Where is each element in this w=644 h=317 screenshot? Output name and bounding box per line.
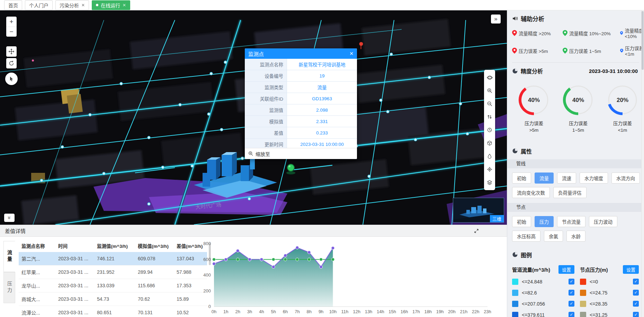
property-button[interactable]: 压力 [535, 216, 554, 227]
pan-tool-button[interactable] [6, 46, 17, 57]
legend-checkbox[interactable] [633, 290, 639, 296]
close-icon[interactable]: ✕ [81, 3, 85, 8]
property-button[interactable]: 水流方向 [611, 173, 640, 184]
cube-icon[interactable] [484, 137, 495, 150]
active-dot-icon [96, 4, 98, 6]
zoom-out-button[interactable]: − [6, 27, 17, 37]
zoom-in-button[interactable]: + [6, 17, 17, 27]
nav-tab[interactable]: 个人门户 [25, 0, 53, 10]
property-button[interactable]: 初始 [512, 173, 531, 184]
map-toolbar [484, 70, 495, 190]
property-buttons: 初始压力节点流量压力波动水压标高余氯水龄 [512, 212, 642, 246]
zoom-to-action[interactable]: 缩放至 [245, 148, 357, 159]
property-button[interactable]: 水力坡度 [580, 173, 608, 184]
metric-tab[interactable]: 流量 [3, 241, 15, 272]
table-row[interactable]: 龙华山...2023-03-31 ...133.039115.68617.353 [19, 279, 207, 292]
property-button[interactable]: 流向变化次数 [512, 187, 550, 198]
nav-tab[interactable]: 在线运行✕ [92, 0, 130, 10]
move-icon [8, 48, 15, 55]
legend-checkbox[interactable] [633, 279, 639, 285]
property-button[interactable]: 压力波动 [589, 216, 617, 227]
sidebar-collapse-button[interactable]: » [491, 15, 501, 24]
svg-text:0: 0 [208, 304, 211, 309]
svg-text:13h: 13h [365, 309, 373, 314]
nav-tab[interactable]: 首页 [4, 0, 22, 10]
property-button[interactable]: 水压标高 [512, 231, 540, 242]
legend-item: <=207.056 [512, 298, 580, 309]
svg-text:17h: 17h [412, 309, 420, 314]
sidebar-scrollbar[interactable] [641, 10, 644, 317]
table-cell: 2023-03-31 ... [55, 265, 94, 279]
zoom-in-icon[interactable] [484, 84, 495, 97]
legend-item: <=379.611 [512, 309, 580, 317]
column-header: 监测值(m^3/h) [94, 240, 135, 252]
accuracy-gauge: 40%压力误差1~5m [560, 82, 597, 134]
legend-column-title: 管道流量(m^3/h) [512, 266, 550, 273]
field-label: 关联组件ID [245, 93, 287, 104]
map-viewport[interactable]: 大时代广场 + − [0, 10, 507, 225]
popup-fields: 监测点名称新星驾校干河培训基地设备编号19监测类型流量关联组件IDGD13963… [245, 59, 357, 148]
legend-checkbox[interactable] [569, 301, 574, 307]
metric-tab[interactable]: 压力 [3, 272, 15, 303]
earth-icon[interactable] [484, 71, 495, 84]
property-button[interactable]: 初始 [512, 216, 531, 227]
layers-icon[interactable] [484, 176, 495, 189]
legend-column-title: 节点压力(m) [580, 266, 608, 273]
close-icon[interactable]: ✕ [123, 3, 126, 8]
locate-icon[interactable] [484, 163, 495, 176]
legend-checkbox[interactable] [633, 312, 639, 317]
table-row[interactable]: 商城大...2023-03-31 ...54.7370.6215.89 [19, 292, 207, 306]
color-swatch [580, 301, 586, 307]
legend-pin: 压力误差 >5m [512, 45, 563, 57]
monitoring-point-marker[interactable] [286, 164, 295, 175]
legend-checkbox[interactable] [569, 279, 574, 285]
tab-label: 在线运行 [101, 2, 120, 9]
table-row[interactable]: 流潭公...2023-03-31 ...80.65170.13110.52 [19, 306, 207, 317]
popup-row: 关联组件IDGD13963 [245, 93, 357, 104]
zoom-out-icon[interactable] [484, 97, 495, 110]
cursor-icon [8, 76, 15, 82]
droplet-icon[interactable] [484, 150, 495, 163]
table-cell: 2023-03-31 ... [55, 252, 94, 265]
table-row[interactable]: 第二汽...2023-03-31 ...746.121609.078137.04… [19, 252, 207, 265]
property-button[interactable]: 余氯 [544, 231, 563, 242]
view-mode-badge[interactable]: 三维 [490, 215, 504, 222]
settings-button[interactable]: 设置 [623, 265, 639, 274]
property-button[interactable]: 节点流量 [557, 216, 585, 227]
history-icon[interactable] [484, 123, 495, 137]
legend-checkbox[interactable] [569, 312, 574, 317]
fullscreen-button[interactable] [474, 228, 479, 234]
rotate-tool-button[interactable] [6, 58, 17, 68]
map-pin-icon [563, 48, 567, 54]
minimap[interactable]: 三维 [453, 198, 504, 223]
table-cell: 第二汽... [19, 252, 55, 265]
svg-text:600: 600 [203, 257, 211, 262]
property-button[interactable]: 流量 [535, 173, 554, 184]
field-value[interactable]: 新星驾校干河培训基地 [287, 59, 357, 70]
legend-checkbox[interactable] [569, 290, 574, 296]
legend-column: 管道流量(m^3/h)设置<=24.848<=82.6<=207.056<=37… [512, 263, 580, 317]
select-tool-button[interactable] [5, 73, 18, 85]
pin-label: 压力误差 >5m [519, 47, 548, 54]
online-operation-app: 首页个人门户污染分析✕在线运行✕ [0, 0, 644, 317]
column-header: 模拟值(m^3/h) [135, 240, 174, 252]
nav-tab[interactable]: 污染分析✕ [55, 0, 89, 10]
legend-checkbox[interactable] [633, 301, 639, 307]
property-button[interactable]: 负荷量评估 [553, 187, 587, 198]
svg-text:200: 200 [203, 288, 211, 293]
legend-item-label: <=0 [590, 279, 598, 285]
close-icon[interactable]: ✕ [349, 51, 354, 56]
settings-button[interactable]: 设置 [558, 265, 574, 274]
legend-pin: 流量精度 10%~20% [563, 27, 620, 39]
bottom-panel-collapse-button[interactable]: » [4, 214, 15, 222]
swap-vertical-icon[interactable] [484, 110, 495, 123]
property-button[interactable]: 水龄 [566, 231, 585, 242]
svg-text:19h: 19h [436, 309, 444, 314]
table-cell: 龙华山... [19, 279, 55, 292]
table-row[interactable]: 红苹果...2023-03-31 ...231.952289.9457.988 [19, 265, 207, 279]
property-button[interactable]: 流速 [557, 173, 576, 184]
table-cell: 70.131 [135, 306, 174, 317]
pin-label: 流量精度 10%~20% [569, 30, 611, 37]
pin-label: 压力误差 1~5m [569, 47, 601, 54]
field-label: 监测点名称 [245, 59, 287, 70]
